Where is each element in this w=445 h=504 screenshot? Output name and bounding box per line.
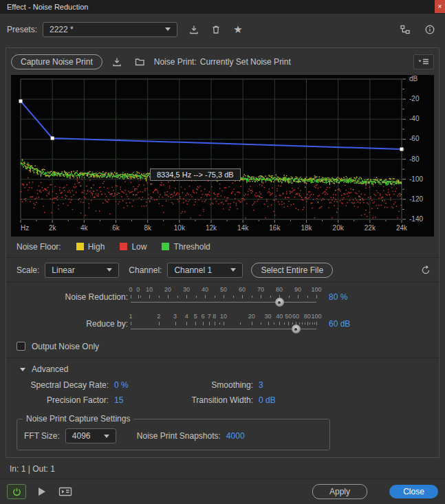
svg-text:-80: -80: [409, 155, 420, 163]
load-noise-print-button[interactable]: [131, 54, 148, 69]
routing-button[interactable]: [397, 22, 413, 37]
save-preset-button[interactable]: [186, 22, 202, 37]
slider-tick: [131, 322, 131, 325]
divider: [6, 358, 439, 358]
transition-width-value[interactable]: 0 dB: [253, 395, 276, 405]
legend-low-label: Low: [131, 242, 146, 252]
output-noise-only-label: Output Noise Only: [32, 342, 99, 351]
frequency-graph[interactable]: dB-20-40-60-80-100-120-140Hz2k4k6k8k10k1…: [11, 75, 434, 237]
slider-tick: [252, 296, 252, 298]
slider-tick: [310, 322, 310, 325]
scale-dropdown[interactable]: Linear: [45, 263, 119, 278]
divider: [6, 257, 439, 258]
star-icon: ★: [233, 24, 242, 34]
output-noise-only-checkbox[interactable]: [17, 342, 25, 351]
svg-text:-140: -140: [409, 215, 423, 223]
spectral-decay-value[interactable]: 0 %: [109, 380, 184, 390]
scale-label: Scale:: [17, 265, 39, 275]
smoothing-value[interactable]: 3: [253, 380, 263, 390]
slider-tick-label: 20: [248, 313, 255, 320]
slider-tick: [168, 295, 169, 298]
slider-tick-label: 60: [292, 313, 299, 320]
preview-play-button[interactable]: [34, 485, 50, 498]
slider-tick: [209, 322, 210, 325]
slider-tick-label: 40: [202, 286, 208, 293]
output-noise-only-row: Output Noise Only: [11, 338, 434, 355]
slider-tick: [284, 322, 285, 325]
window-close-button[interactable]: ×: [435, 0, 445, 13]
slider-tick-label: 70: [257, 286, 264, 293]
slider-tick-label: 0: [129, 286, 132, 293]
effect-power-toggle[interactable]: [7, 484, 26, 499]
select-entire-file-button[interactable]: Select Entire File: [251, 263, 333, 278]
slider-tick: [312, 322, 313, 325]
noise-print-row: Capture Noise Print Noise Print: Current…: [11, 54, 434, 70]
info-button[interactable]: [422, 22, 438, 37]
favorite-preset-button[interactable]: ★: [230, 22, 246, 37]
noise-reduction-slider[interactable]: 00102030405060708090100: [128, 285, 319, 309]
preview-editor-icon: [58, 486, 72, 497]
slider-track[interactable]: [131, 329, 316, 329]
slider-tick: [292, 322, 293, 325]
effect-panel: Capture Noise Print Noise Print: Current…: [6, 47, 439, 458]
precision-factor-value[interactable]: 15: [109, 395, 184, 405]
slider-handle[interactable]: [292, 325, 301, 333]
slider-track[interactable]: [131, 302, 316, 303]
svg-text:16k: 16k: [269, 224, 281, 232]
close-button[interactable]: Close: [389, 485, 438, 498]
slider-tick-label: 4: [185, 313, 188, 320]
legend-high-swatch: [76, 243, 84, 250]
slider-tick-label: 1: [129, 313, 132, 320]
reduce-by-slider[interactable]: 1234567810203040506080100: [128, 312, 319, 336]
save-icon: [188, 24, 199, 35]
slider-tick: [302, 322, 303, 325]
divider: [6, 282, 439, 283]
graph-tooltip: 8334,5 Hz --> -75,3 dB: [150, 168, 241, 181]
slider-tick-label: 0: [136, 286, 140, 293]
slider-tick-label: 100: [311, 286, 321, 293]
advanced-section-toggle[interactable]: Advanced: [11, 361, 434, 377]
slider-tick: [270, 296, 271, 298]
snapshots-value[interactable]: 4000: [226, 431, 245, 441]
svg-text:-100: -100: [409, 175, 423, 183]
slider-handle[interactable]: [275, 298, 284, 307]
slider-tick: [289, 296, 290, 298]
noise-graph-svg[interactable]: dB-20-40-60-80-100-120-140Hz2k4k6k8k10k1…: [11, 75, 434, 237]
advanced-params-row: Precision Factor: 15 Transition Width: 0…: [11, 393, 434, 408]
slider-tick: [261, 322, 261, 325]
slider-tick: [138, 295, 139, 298]
fft-size-dropdown[interactable]: 4096: [65, 428, 116, 443]
presets-dropdown[interactable]: 2222 *: [43, 22, 177, 37]
fft-size-value: 4096: [72, 431, 91, 441]
panel-menu-button[interactable]: [413, 54, 434, 69]
svg-text:-20: -20: [409, 95, 420, 102]
svg-text:24k: 24k: [396, 224, 408, 232]
svg-text:6k: 6k: [112, 224, 120, 232]
svg-text:2k: 2k: [49, 224, 57, 232]
slider-tick-label: 80: [304, 313, 311, 320]
reset-button[interactable]: [417, 263, 434, 278]
delete-preset-button[interactable]: [208, 22, 224, 37]
apply-label: Apply: [329, 487, 350, 496]
preview-editor-toggle[interactable]: [58, 485, 73, 498]
svg-text:4k: 4k: [80, 224, 89, 232]
slider-tick: [203, 322, 204, 325]
noise-print-status-label: Noise Print:: [154, 57, 197, 67]
svg-text:Hz: Hz: [21, 224, 29, 232]
trash-icon: [210, 24, 221, 35]
svg-text:8k: 8k: [144, 224, 152, 232]
advanced-params-row: Spectral Decay Rate: 0 % Smoothing: 3: [11, 377, 434, 393]
capture-noise-print-button[interactable]: Capture Noise Print: [11, 54, 102, 69]
chevron-down-icon: [20, 368, 25, 371]
svg-text:dB: dB: [409, 75, 418, 83]
svg-text:-120: -120: [409, 195, 423, 203]
slider-tick: [274, 322, 274, 325]
save-noise-print-button[interactable]: [109, 54, 125, 69]
apply-button[interactable]: Apply: [312, 484, 367, 499]
title-bar[interactable]: Effect - Noise Reduction: [0, 0, 445, 14]
slider-tick: [307, 322, 308, 325]
slider-tick-label: 3: [173, 313, 177, 320]
slider-tick: [224, 295, 224, 298]
channel-dropdown[interactable]: Channel 1: [167, 263, 243, 278]
slider-tick: [175, 322, 176, 325]
